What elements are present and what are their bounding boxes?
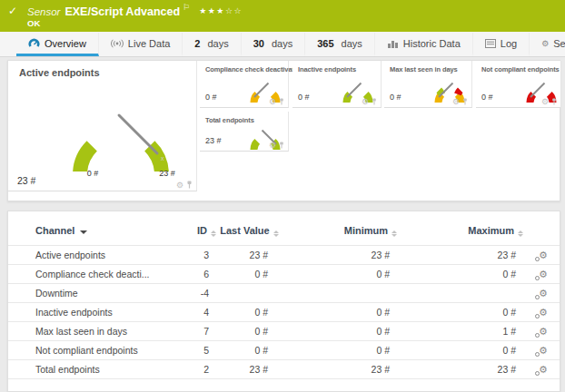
channel-name: Downtime bbox=[35, 288, 78, 299]
channel-name: Not compliant endpoints bbox=[35, 345, 138, 356]
sort-icon bbox=[211, 230, 216, 237]
gauge-value: 0 # bbox=[298, 93, 310, 102]
gauge-tile-max-last-seen-in-days: Max last seen in days 0 # ⚙ bbox=[384, 61, 472, 108]
gear-icon[interactable]: ⚙ bbox=[269, 142, 276, 149]
channel-name: Max last seen in days bbox=[35, 326, 127, 337]
channel-minimum: 0 # bbox=[376, 326, 390, 337]
channel-maximum: 0 # bbox=[502, 269, 516, 279]
pin-icon[interactable] bbox=[186, 181, 193, 189]
gear-icon[interactable]: ⚙ bbox=[541, 98, 549, 105]
channel-id: -4 bbox=[201, 288, 209, 299]
sensor-title-line: SensorEXE/Script Advanced⚐★★★☆☆ bbox=[27, 3, 243, 19]
gauge-value: 23 # bbox=[205, 136, 222, 145]
gauge-tile-compliance-check-deactivated: Compliance check deactivated 0 # ⚙ bbox=[200, 61, 289, 108]
channel-name: Compliance check deacti... bbox=[35, 269, 149, 279]
channel-minimum: 23 # bbox=[372, 250, 390, 260]
channel-id: 2 bbox=[203, 364, 209, 375]
channel-table-panel: Channel ID Last Value Minimum Maximum Ac… bbox=[7, 211, 560, 392]
gear-icon[interactable]: ⚙ bbox=[362, 98, 369, 105]
gauge-tile-not-compliant-endpoints: Not compliant endpoints 0 # ⚙ bbox=[476, 61, 560, 108]
channel-last-value: 0 # bbox=[254, 269, 268, 279]
table-row: Compliance check deacti... 6 0 # 0 # 0 #… bbox=[8, 265, 560, 284]
prtg-sensor-page: { "titlebar": { "kind": "Sensor", "title… bbox=[0, 0, 565, 392]
column-header-last-value[interactable]: Last Value bbox=[220, 211, 279, 246]
table-row: Active endpoints 3 23 # 23 # 23 # ⚙ bbox=[8, 246, 560, 265]
gear-icon[interactable]: ⚙ bbox=[176, 181, 183, 189]
column-header-minimum[interactable]: Minimum bbox=[279, 211, 401, 246]
table-row: Total endpoints 2 23 # 23 # 23 # ⚙ bbox=[8, 360, 560, 379]
sensor-title-bar: ✓ SensorEXE/Script Advanced⚐★★★☆☆ OK bbox=[0, 0, 565, 32]
channel-settings-gear-icon[interactable]: ⚙ bbox=[539, 365, 548, 375]
pin-icon[interactable] bbox=[279, 98, 284, 105]
gear-icon: ⚙ bbox=[541, 39, 549, 48]
tab-365-days[interactable]: 365days bbox=[305, 33, 375, 56]
channel-settings-gear-icon[interactable]: ⚙ bbox=[539, 346, 548, 356]
tab-30-days[interactable]: 30days bbox=[242, 33, 306, 56]
pin-icon[interactable] bbox=[551, 98, 557, 105]
priority-stars[interactable]: ★★★☆☆ bbox=[199, 6, 243, 15]
gear-icon[interactable]: ⚙ bbox=[269, 98, 276, 105]
gauge-value: 0 # bbox=[390, 93, 401, 102]
table-row: Inactive endpoints 4 0 # 0 # 0 # ⚙ bbox=[8, 303, 560, 322]
channel-settings-gear-icon[interactable]: ⚙ bbox=[539, 308, 548, 318]
sort-icon bbox=[392, 230, 397, 237]
column-header-maximum[interactable]: Maximum bbox=[401, 211, 527, 246]
gauge-tile-active-endpoints: Active endpoints x 0 # 23 # 23 # ⚙ bbox=[8, 61, 197, 191]
channel-id: 5 bbox=[203, 345, 209, 356]
channel-settings-gear-icon[interactable]: ⚙ bbox=[539, 250, 548, 260]
channel-name: Total endpoints bbox=[35, 364, 100, 375]
tab-settings[interactable]: ⚙ Settings bbox=[530, 33, 565, 56]
channel-name: Active endpoints bbox=[35, 250, 105, 260]
tab-live-data[interactable]: Live Data bbox=[99, 33, 183, 56]
sensor-status-badge: OK bbox=[27, 18, 40, 28]
channel-name: Inactive endpoints bbox=[35, 307, 113, 318]
gauge-icon bbox=[28, 38, 40, 48]
gauge-value: 0 # bbox=[205, 93, 217, 102]
channel-maximum: 23 # bbox=[498, 364, 516, 375]
channel-table: Channel ID Last Value Minimum Maximum Ac… bbox=[8, 211, 560, 379]
pin-icon[interactable] bbox=[372, 98, 377, 105]
channel-maximum: 0 # bbox=[502, 307, 516, 318]
channel-minimum: 0 # bbox=[376, 269, 390, 279]
channel-settings-gear-icon[interactable]: ⚙ bbox=[539, 327, 548, 337]
channel-minimum: 0 # bbox=[376, 307, 390, 318]
log-icon bbox=[485, 39, 496, 48]
priority-flag-icon[interactable]: ⚐ bbox=[183, 3, 190, 12]
column-header-id[interactable]: ID bbox=[175, 211, 220, 246]
column-header-actions bbox=[527, 211, 560, 246]
channel-last-value: 23 # bbox=[250, 250, 268, 260]
tab-overview[interactable]: Overview bbox=[16, 33, 99, 56]
sensor-name: EXE/Script Advanced bbox=[64, 5, 180, 18]
table-header-row: Channel ID Last Value Minimum Maximum bbox=[8, 211, 560, 246]
tab-2-days[interactable]: 2days bbox=[183, 33, 241, 56]
channel-settings-gear-icon[interactable]: ⚙ bbox=[539, 270, 548, 279]
pin-icon[interactable] bbox=[462, 98, 468, 105]
bar-chart-icon bbox=[387, 39, 399, 48]
gear-icon[interactable]: ⚙ bbox=[452, 98, 460, 105]
table-row: Downtime -4 ⚙ bbox=[8, 284, 560, 303]
channel-id: 6 bbox=[203, 269, 209, 279]
column-header-channel[interactable]: Channel bbox=[8, 211, 175, 246]
status-ok-check-icon: ✓ bbox=[8, 5, 17, 17]
channel-last-value: 0 # bbox=[254, 307, 268, 318]
tab-log[interactable]: Log bbox=[473, 33, 530, 56]
channel-id: 3 bbox=[203, 250, 209, 260]
gauges-panel: Active endpoints x 0 # 23 # 23 # ⚙ Compl… bbox=[7, 60, 560, 201]
channel-minimum: 23 # bbox=[372, 364, 390, 375]
channel-table-body: Active endpoints 3 23 # 23 # 23 # ⚙ Comp… bbox=[8, 246, 560, 379]
channel-last-value: 0 # bbox=[254, 345, 268, 356]
live-signal-icon bbox=[111, 39, 124, 48]
needle-tip-marker: x bbox=[161, 155, 164, 162]
tab-historic-data[interactable]: Historic Data bbox=[375, 33, 473, 56]
gauge-value: 0 # bbox=[481, 93, 493, 102]
pin-icon[interactable] bbox=[279, 142, 284, 149]
table-row: Max last seen in days 7 0 # 0 # 1 # ⚙ bbox=[8, 322, 560, 341]
gauge-tile-total-endpoints: Total endpoints 23 # ⚙ bbox=[200, 112, 289, 152]
channel-settings-gear-icon[interactable]: ⚙ bbox=[539, 289, 548, 299]
channel-id: 4 bbox=[203, 307, 209, 318]
tab-bar: Overview Live Data 2days 30days 365days … bbox=[0, 32, 565, 57]
gauge-value: 23 # bbox=[17, 175, 35, 186]
channel-last-value: 23 # bbox=[250, 364, 268, 375]
gauge-scale-min: 0 # bbox=[81, 169, 104, 178]
gauge-scale-max: 23 # bbox=[152, 169, 183, 178]
